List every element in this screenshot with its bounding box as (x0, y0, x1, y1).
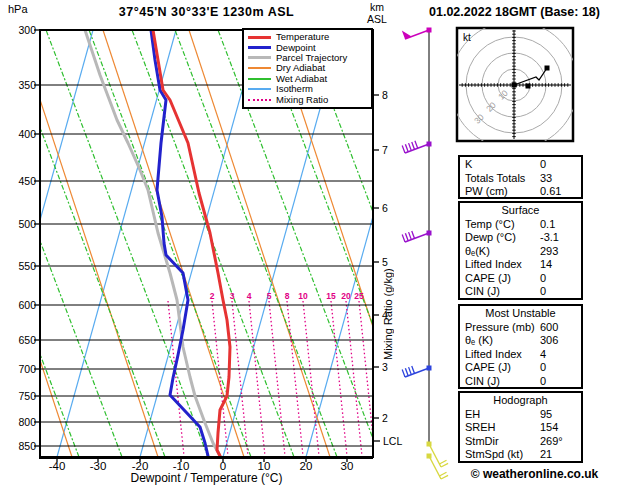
index-label: Lifted Index (465, 258, 522, 270)
wind-barb-feather (405, 368, 408, 375)
wind-barb-feather (412, 142, 415, 149)
legend-swatch (248, 99, 271, 101)
pressure-tick-label: 850 (18, 440, 36, 452)
index-row: EH95 (460, 408, 581, 422)
index-row: CIN (J)0 (460, 285, 581, 299)
hodograph: 102030kt (450, 21, 578, 149)
index-value: 306 (540, 334, 558, 348)
mixing-ratio-value-label: 8 (285, 291, 290, 301)
index-row: Pressure (mb)600 (460, 321, 581, 335)
isotherm-line (0, 30, 93, 457)
mixing-ratio-value-label: 10 (298, 291, 308, 301)
mixing-ratio-axis-label: Mixing Ratio (g/kg) (382, 210, 394, 360)
index-value: 154 (540, 421, 558, 435)
wind-barb-feather (409, 367, 412, 374)
indices-box: HodographEH95SREH154StmDir269°StmSpd (kt… (458, 391, 583, 463)
index-row: Temp (°C)0.1 (460, 218, 581, 232)
index-label: CIN (J) (465, 285, 500, 297)
index-row: SREH154 (460, 421, 581, 435)
index-row: PW (cm)0.61 (460, 185, 581, 199)
dry-adiabat-line (103, 30, 244, 457)
index-value: 0 (540, 158, 546, 172)
index-value: 293 (540, 245, 558, 259)
legend-item: Dry Adiabat (248, 63, 371, 73)
pressure-tick-label: 550 (18, 260, 36, 272)
index-label: θₑ (K) (465, 334, 493, 346)
legend-swatch (248, 78, 271, 80)
indices-section-title: Hodograph (460, 394, 581, 408)
index-label: StmSpd (kt) (465, 448, 523, 460)
temp-axis-label: Dewpoint / Temperature (°C) (40, 471, 373, 485)
index-label: θₑ(K) (465, 245, 490, 257)
wind-barb-feather (402, 146, 405, 153)
index-value: 33 (540, 172, 552, 186)
index-value: 0 (540, 272, 546, 286)
index-row: Lifted Index4 (460, 348, 581, 362)
index-row: Totals Totals33 (460, 172, 581, 186)
wind-barb-feather (402, 235, 405, 242)
legend-label: Isotherm (276, 84, 313, 94)
index-label: Dewp (°C) (465, 231, 516, 243)
index-label: StmDir (465, 435, 499, 447)
index-value: 4 (540, 348, 546, 362)
mixing-ratio-value-label: 5 (267, 291, 272, 301)
index-label: K (465, 158, 472, 170)
index-label: Totals Totals (465, 172, 525, 184)
index-value: 600 (540, 321, 558, 335)
legend-swatch (248, 36, 271, 39)
index-value: 269° (540, 435, 563, 449)
wind-barb-feather (412, 366, 415, 373)
wind-barb-feather (405, 233, 408, 240)
legend-label: Mixing Ratio (276, 95, 328, 105)
mixing-ratio-line (287, 301, 303, 456)
mixing-ratio-value-label: 25 (354, 291, 364, 301)
index-value: 0 (540, 285, 546, 299)
index-label: CAPE (J) (465, 361, 511, 373)
pressure-tick-label: 300 (18, 24, 36, 36)
wind-barb (402, 28, 432, 40)
mixing-ratio-line (269, 301, 285, 456)
index-value: 0 (540, 375, 546, 389)
index-value: 14 (540, 258, 552, 272)
wind-barb-stem (405, 30, 429, 39)
dry-adiabat-line (0, 30, 72, 457)
wind-barb-feather (439, 460, 446, 464)
mixing-ratio-line (249, 301, 265, 456)
index-row: Lifted Index14 (460, 258, 581, 272)
index-row: CAPE (J)0 (460, 361, 581, 375)
legend-item: Temperature (248, 32, 371, 42)
index-row: θₑ (K)306 (460, 334, 581, 348)
lcl-label: LCL (383, 435, 402, 447)
hodograph-marker (512, 83, 517, 88)
mixing-ratio-line (346, 301, 362, 456)
pressure-tick-label: 350 (18, 79, 36, 91)
wind-barb-column (402, 28, 448, 480)
index-label: Pressure (mb) (465, 321, 535, 333)
index-row: CAPE (J)0 (460, 272, 581, 286)
legend-swatch (248, 67, 271, 69)
mixing-ratio-value-label: 3 (230, 291, 235, 301)
isotherm-line (0, 30, 10, 457)
index-value: 0.1 (540, 218, 555, 232)
wind-barb-feather (409, 143, 412, 150)
pressure-tick-label: 750 (18, 390, 36, 402)
wind-barb-feather (415, 141, 418, 148)
indices-section-title: Most Unstable (460, 307, 581, 321)
legend-item: Isotherm (248, 84, 371, 94)
legend-swatch (248, 46, 271, 49)
index-value: 0.61 (540, 185, 561, 199)
index-row: K0 (460, 158, 581, 172)
hodograph-unit-label: kt (463, 32, 471, 43)
pressure-gridlines (40, 85, 373, 446)
km-tick-label: 8 (382, 89, 388, 101)
legend-label: Temperature (276, 32, 329, 42)
mixing-ratio-line (232, 301, 248, 456)
legend-swatch (248, 88, 271, 90)
mixing-ratio-value-label: 2 (210, 291, 215, 301)
wind-barb (402, 141, 431, 153)
index-label: EH (465, 408, 480, 420)
wind-barb-feather (405, 144, 408, 151)
legend-swatch (248, 56, 271, 59)
indices-box: K0Totals Totals33PW (cm)0.61 (458, 155, 583, 199)
index-label: CIN (J) (465, 375, 500, 387)
